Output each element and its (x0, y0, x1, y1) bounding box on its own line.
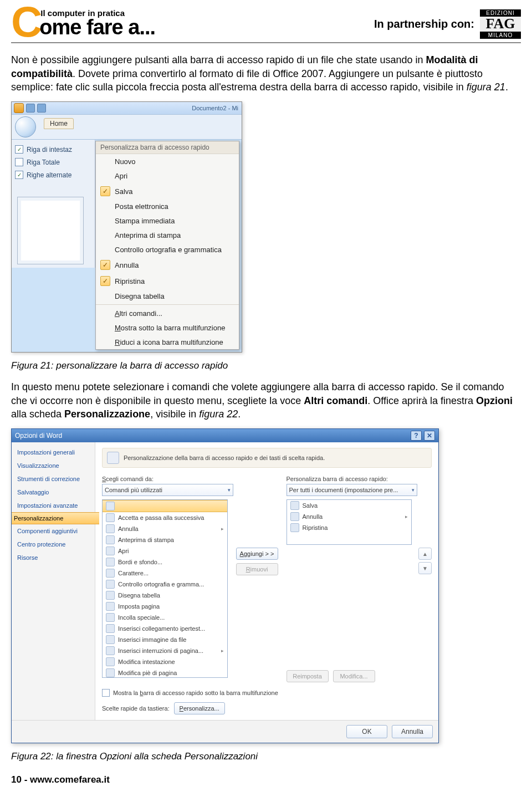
list-item[interactable] (103, 500, 227, 512)
options-nav-item[interactable]: Impostazioni avanzate (12, 499, 95, 512)
options-nav-item[interactable]: Risorse (12, 551, 95, 564)
command-icon (106, 524, 115, 533)
list-item[interactable]: Controllo ortografia e gramma... (103, 579, 227, 590)
command-icon (106, 591, 115, 600)
command-icon (290, 512, 299, 521)
qat-menu-item[interactable]: Controllo ortografia e grammatica (96, 242, 239, 257)
qat-menu-item[interactable]: Mostra sotto la barra multifunzione (96, 320, 239, 335)
list-item[interactable]: Bordi e sfondo... (103, 556, 227, 568)
cancel-button[interactable]: Annulla (392, 725, 433, 738)
ribbon: Home (12, 114, 242, 140)
reset-button[interactable]: Reimposta (287, 670, 329, 682)
window-title: Documento2 - Mi (192, 105, 242, 111)
command-icon (106, 558, 115, 566)
command-icon (106, 513, 115, 522)
qat-menu-item[interactable]: Riduci a icona barra multifunzione (96, 335, 239, 349)
redo-icon[interactable] (37, 104, 46, 113)
figure-22: Opzioni di Word ? ✕ Impostazioni general… (11, 428, 439, 743)
list-item[interactable]: Modifica intestazione (103, 656, 227, 667)
qat-menu-item[interactable]: Posta elettronica (96, 199, 239, 213)
qat-menu-item[interactable]: ✓Salva (96, 183, 239, 199)
command-icon (290, 501, 299, 510)
list-item[interactable]: Incolla speciale... (103, 612, 227, 623)
partner-label: In partnership con: (374, 18, 474, 30)
list-item[interactable]: Disegna tabella (103, 590, 227, 601)
office-button[interactable] (15, 116, 36, 137)
list-item[interactable]: Apri (103, 545, 227, 556)
logo-text: ome fare a... (39, 18, 155, 37)
dialog-titlebar: Opzioni di Word ? ✕ (12, 429, 438, 442)
list-item[interactable]: Inserisci interruzioni di pagina...▸ (103, 645, 227, 656)
qat-menu-item[interactable]: Apri (96, 168, 239, 183)
list-item[interactable]: Annulla▸ (103, 523, 227, 534)
command-icon (106, 535, 115, 544)
qat-menu-item[interactable]: ✓Annulla (96, 257, 239, 273)
list-item[interactable]: Carattere... (103, 568, 227, 579)
qat-customize-menu: Personalizza barra di accesso rapido Nuo… (95, 141, 239, 350)
document-preview (17, 197, 84, 264)
close-icon[interactable]: ✕ (424, 431, 435, 441)
options-nav-item[interactable]: Salvataggio (12, 486, 95, 499)
options-nav-item[interactable]: Strumenti di correzione (12, 472, 95, 486)
dialog-title: Opzioni di Word (15, 432, 62, 440)
table-option-checkbox[interactable]: ✓Righe alternate (14, 168, 93, 181)
list-item[interactable]: Anteprima di stampa (103, 534, 227, 545)
command-icon (106, 646, 115, 655)
show-below-ribbon-row[interactable]: Mostra la barra di accesso rapido sotto … (102, 689, 432, 697)
qat-scope-select[interactable]: Per tutti i documenti (impostazione pre.… (287, 484, 418, 496)
paragraph-2: In questo menu potete selezionare i coma… (11, 380, 521, 421)
list-item[interactable]: Annulla▸ (287, 511, 412, 522)
list-item[interactable]: Ripristina (287, 522, 412, 533)
help-icon[interactable]: ? (411, 431, 422, 441)
qat-menu-item[interactable]: Altri comandi... (96, 306, 239, 320)
list-item[interactable]: Inserisci immagine da file (103, 634, 227, 645)
qat-menu-item[interactable]: Anteprima di stampa (96, 228, 239, 242)
save-icon[interactable] (14, 103, 24, 113)
list-item[interactable]: Inserisci collegamento ipertest... (103, 623, 227, 634)
command-icon (106, 657, 115, 666)
list-item[interactable]: Salva (287, 500, 412, 511)
add-button[interactable]: Aggiungi > > (236, 548, 278, 560)
customize-shortcuts-button[interactable]: Personalizza... (174, 702, 225, 714)
options-nav-item[interactable]: Impostazioni generali (12, 446, 95, 459)
move-up-button[interactable]: ▲ (418, 548, 432, 560)
options-nav-item[interactable]: Centro protezione (12, 538, 95, 551)
undo-icon[interactable] (26, 104, 35, 113)
logo: C Il computer in pratica ome fare a... (11, 4, 155, 39)
move-down-button[interactable]: ▼ (418, 562, 432, 574)
table-option-checkbox[interactable]: ✓Riga di intestaz (14, 143, 93, 156)
remove-button[interactable]: Rimuovi (236, 563, 278, 575)
page-header: C Il computer in pratica ome fare a... I… (11, 4, 521, 43)
options-nav-item[interactable]: Personalizzazione (12, 512, 99, 524)
list-item[interactable]: Imposta pagina (103, 601, 227, 612)
qat-menu-item[interactable]: Disegna tabella (96, 289, 239, 303)
command-icon (106, 624, 115, 633)
qat-menu-item[interactable]: ✓Ripristina (96, 273, 239, 289)
caption-21: Figura 21: personalizzare la barra di ac… (11, 360, 521, 371)
publisher-logo: EDIZIONI FAG MILANO (480, 9, 521, 39)
available-commands-list[interactable]: Accetta e passa alla successivaAnnulla▸A… (102, 499, 228, 678)
options-nav-item[interactable]: Componenti aggiuntivi (12, 524, 95, 538)
list-item[interactable]: Modifica piè di pagina (103, 667, 227, 678)
modify-button[interactable]: Modifica... (333, 670, 375, 682)
commands-source-select[interactable]: Comandi più utilizzati▾ (102, 484, 233, 496)
customize-icon (107, 452, 119, 464)
command-icon (106, 580, 115, 589)
paragraph-1: Non è possibile aggiungere pulsanti alla… (11, 53, 521, 94)
qat-titlebar: Documento2 - Mi (12, 102, 242, 114)
table-option-checkbox[interactable]: Riga Totale (14, 156, 93, 168)
current-qat-list[interactable]: SalvaAnnulla▸Ripristina (287, 499, 412, 545)
list-item[interactable]: Accetta e passa alla successiva (103, 512, 227, 523)
command-icon (106, 569, 115, 578)
command-icon (106, 613, 115, 622)
options-nav-item[interactable]: Visualizzazione (12, 459, 95, 472)
command-icon (106, 502, 115, 510)
figure-21: Documento2 - Mi Home ✓Riga di intestazRi… (11, 101, 242, 353)
tab-home[interactable]: Home (44, 118, 74, 129)
command-icon (106, 602, 115, 611)
show-below-checkbox[interactable] (102, 689, 110, 697)
qat-menu-item[interactable]: Nuovo (96, 154, 239, 168)
command-icon (290, 523, 299, 532)
ok-button[interactable]: OK (346, 725, 387, 738)
qat-menu-item[interactable]: Stampa immediata (96, 213, 239, 228)
